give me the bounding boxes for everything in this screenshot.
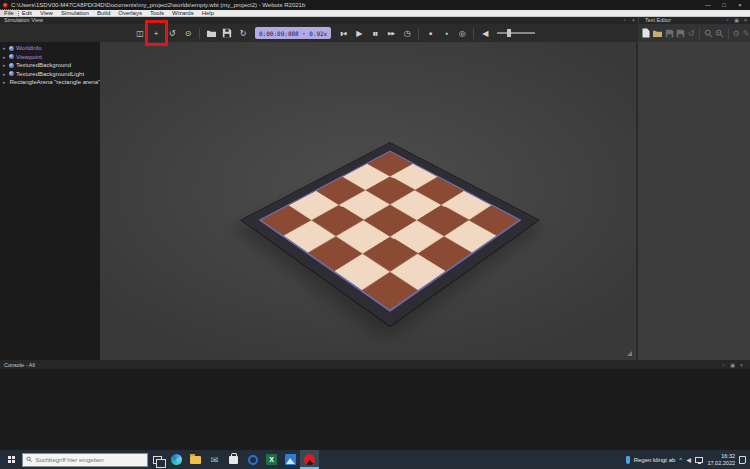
- edge-app-button[interactable]: [167, 450, 186, 469]
- time-display[interactable]: 0:00:09:088 ▾ 0.92x: [255, 27, 331, 39]
- excel-icon: X: [266, 454, 277, 465]
- texteditor-dock-icon[interactable]: ▣: [732, 17, 741, 24]
- record-button[interactable]: ●: [439, 26, 453, 40]
- stop-button[interactable]: ■: [423, 26, 437, 40]
- mail-app-button[interactable]: ✉: [205, 450, 224, 469]
- new-file-icon[interactable]: [642, 26, 650, 40]
- menu-edit[interactable]: Edit: [18, 10, 36, 17]
- windows-taskbar: ✉ X Regen klingt ab ^ ◀ ) 16:32 17.02.20…: [0, 450, 750, 469]
- settings-app-button[interactable]: [243, 450, 262, 469]
- simulation-view-title: Simulation View: [4, 17, 43, 24]
- expand-arrow-icon[interactable]: ▸: [3, 54, 7, 60]
- save-file-icon[interactable]: [665, 26, 674, 40]
- 3d-viewport[interactable]: [100, 42, 638, 360]
- taskbar-search[interactable]: [22, 453, 148, 467]
- rendering-eye-icon[interactable]: ⊙: [181, 26, 195, 40]
- console-close-icon[interactable]: ×: [737, 362, 746, 368]
- menu-wizards[interactable]: Wizards: [168, 10, 198, 17]
- viewport-resize-handle[interactable]: [627, 351, 632, 356]
- store-app-button[interactable]: [224, 450, 243, 469]
- photos-app-button[interactable]: [281, 450, 300, 469]
- store-icon: [229, 456, 238, 464]
- simview-close-icon[interactable]: ×: [629, 17, 638, 24]
- tree-item-texturedbackground[interactable]: ▸ TexturedBackground: [0, 61, 100, 70]
- edge-icon: [171, 454, 182, 465]
- menu-view[interactable]: View: [36, 10, 57, 17]
- action-center-icon[interactable]: [739, 456, 746, 464]
- file-explorer-icon: [190, 456, 201, 464]
- console-dock-icon[interactable]: ▣: [728, 362, 737, 368]
- webots-taskbar-icon: [304, 454, 315, 465]
- weather-icon[interactable]: [626, 456, 630, 464]
- preferences-gear-icon[interactable]: ⚙: [732, 26, 740, 40]
- replace-icon[interactable]: [715, 26, 724, 40]
- tree-item-rectanglearena[interactable]: ▸ RectangleArena "rectangle arena": [0, 78, 100, 87]
- open-file-icon[interactable]: [652, 26, 663, 40]
- pause-button[interactable]: ▮▮: [368, 26, 382, 40]
- title-bar: C:\Users\1SDV00-M47CA8PDI34D\Documents\m…: [0, 0, 750, 10]
- console-float-icon[interactable]: ▫: [719, 362, 728, 368]
- volume-button[interactable]: ◀: [478, 26, 492, 40]
- file-explorer-button[interactable]: [186, 450, 205, 469]
- close-button[interactable]: ×: [733, 0, 747, 10]
- maximize-button[interactable]: □: [717, 0, 731, 10]
- menu-tools[interactable]: Tools: [146, 10, 168, 17]
- webots-window: C:\Users\1SDV00-M47CA8PDI34D\Documents\m…: [0, 0, 750, 469]
- reload-world-icon[interactable]: ↻: [236, 26, 250, 40]
- edit-pencil-icon[interactable]: ✎: [742, 26, 750, 40]
- minimize-button[interactable]: —: [701, 0, 715, 10]
- volume-slider-thumb[interactable]: [507, 29, 511, 37]
- time-dropdown-icon[interactable]: ▾: [303, 31, 305, 36]
- volume-slider[interactable]: [497, 32, 535, 34]
- task-view-button[interactable]: [148, 450, 167, 469]
- fast-forward-button[interactable]: ▶▶: [384, 26, 398, 40]
- excel-app-button[interactable]: X: [262, 450, 281, 469]
- search-icon: [26, 456, 32, 463]
- network-display-icon[interactable]: [695, 457, 703, 463]
- expand-arrow-icon[interactable]: ▸: [3, 62, 7, 68]
- text-editor-header: Text Editor ▫ ▣ ×: [638, 17, 750, 24]
- step-button[interactable]: ◷: [400, 26, 414, 40]
- windows-logo-icon: [8, 456, 15, 463]
- save-as-icon[interactable]: [676, 26, 685, 40]
- console-title: Console - All: [4, 362, 35, 368]
- play-button[interactable]: ▶: [352, 26, 366, 40]
- find-icon[interactable]: [704, 26, 713, 40]
- texteditor-float-icon[interactable]: ▫: [723, 17, 732, 24]
- tree-item-worldinfo[interactable]: ▸ WorldInfo: [0, 44, 100, 53]
- tray-volume-icon[interactable]: ◀ ): [686, 456, 691, 463]
- menu-help[interactable]: Help: [198, 10, 218, 17]
- expand-arrow-icon[interactable]: ▸: [3, 45, 7, 51]
- rewind-button[interactable]: ▮◀: [336, 26, 350, 40]
- menu-overlays[interactable]: Overlays: [114, 10, 146, 17]
- virtual-time-value: 0:00:09:088: [259, 30, 299, 37]
- tray-clock[interactable]: 16:32 17.02.2022: [707, 453, 735, 466]
- screenshot-button[interactable]: ◎: [455, 26, 469, 40]
- save-world-icon[interactable]: [220, 26, 234, 40]
- tree-item-viewpoint[interactable]: ▸ Viewpoint: [0, 53, 100, 62]
- simulation-toolbar: ◫ + ↺ ⊙ ↻ 0:00:09:088 ▾ 0.92x ▮◀ ▶ ▮▮ ▶▶…: [0, 24, 638, 42]
- mail-icon: ✉: [211, 455, 219, 465]
- menu-file[interactable]: File: [0, 10, 18, 17]
- open-world-icon[interactable]: [204, 26, 218, 40]
- start-button[interactable]: [0, 450, 22, 469]
- revert-file-icon[interactable]: ↺: [687, 26, 695, 40]
- webots-app-button[interactable]: [300, 450, 319, 469]
- simulation-view-header: Simulation View ▫ ×: [0, 17, 638, 24]
- rectangle-arena-3d[interactable]: [242, 143, 539, 326]
- node-sphere-icon: [9, 63, 14, 68]
- menu-simulation[interactable]: Simulation: [57, 10, 93, 17]
- console-output[interactable]: [0, 369, 750, 450]
- search-input[interactable]: [35, 457, 144, 463]
- simview-float-icon[interactable]: ▫: [620, 17, 629, 24]
- weather-text[interactable]: Regen klingt ab: [634, 457, 676, 463]
- task-view-icon: [153, 456, 162, 464]
- text-editor-body[interactable]: [638, 42, 750, 360]
- expand-arrow-icon[interactable]: ▸: [3, 71, 7, 77]
- menu-build[interactable]: Build: [93, 10, 114, 17]
- tree-item-texturedbackgroundlight[interactable]: ▸ TexturedBackgroundLight: [0, 70, 100, 79]
- expand-arrow-icon[interactable]: ▸: [3, 79, 6, 85]
- texteditor-close-icon[interactable]: ×: [741, 17, 750, 24]
- hidden-icons-chevron[interactable]: ^: [679, 457, 682, 463]
- blue-ring-icon: [248, 455, 258, 465]
